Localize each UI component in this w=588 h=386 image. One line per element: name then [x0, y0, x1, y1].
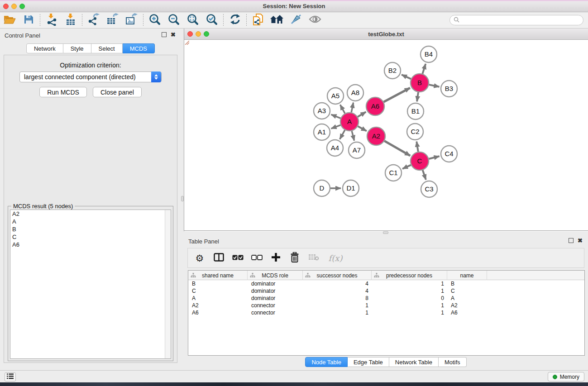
clone-network-button[interactable]	[249, 13, 268, 28]
memory-button[interactable]: Memory	[548, 372, 584, 381]
float-panel-icon[interactable]	[162, 32, 167, 37]
column-header-successor-nodes[interactable]: successor nodes	[303, 271, 372, 280]
graph-edge-B-B1[interactable]	[417, 92, 418, 101]
graph-node-B3[interactable]: B3	[441, 81, 457, 97]
graph-edge-C-C1[interactable]	[402, 165, 411, 169]
graph-edge-C-C4[interactable]	[429, 156, 439, 159]
table-row[interactable]: Adominator80A	[188, 295, 584, 302]
graph-node-B4[interactable]: B4	[421, 46, 437, 62]
graph-node-A2[interactable]: A2	[367, 127, 385, 145]
table-cell-name[interactable]: A6	[447, 309, 487, 316]
scrollbar-track[interactable]	[165, 210, 171, 358]
hide-graphics-details-button[interactable]	[287, 13, 306, 28]
tab-style[interactable]: Style	[63, 43, 91, 53]
table-cell-predecessor-nodes[interactable]: 1	[372, 287, 447, 295]
splitter-grip[interactable]	[383, 231, 388, 234]
graph-node-C1[interactable]: C1	[385, 165, 402, 181]
graph-node-B[interactable]: B	[411, 74, 429, 92]
table-row[interactable]: A6connector11A6	[188, 309, 584, 316]
table-cell-successor-nodes[interactable]: 4	[303, 280, 372, 287]
graph-node-A[interactable]: A	[340, 113, 359, 131]
tab-network[interactable]: Network	[26, 43, 63, 53]
table-cell-shared-name[interactable]: A2	[188, 302, 248, 309]
table-cell-predecessor-nodes[interactable]: 1	[372, 280, 447, 287]
create-column-button[interactable]	[269, 251, 282, 265]
graph-edge-A-A6[interactable]	[358, 112, 366, 117]
graph-edge-A-A8[interactable]	[351, 103, 353, 113]
search-field[interactable]	[449, 15, 583, 25]
unselect-all-columns-button[interactable]	[250, 251, 263, 265]
zoom-in-button[interactable]	[145, 13, 164, 28]
table-cell-mcds-role[interactable]: dominator	[248, 280, 303, 287]
graph-edge-B-B4[interactable]	[422, 64, 425, 74]
run-mcds-button[interactable]: Run MCDS	[39, 87, 87, 97]
graph-node-B1[interactable]: B1	[407, 103, 424, 119]
graph-edge-B-B3[interactable]	[429, 85, 440, 87]
zoom-out-button[interactable]	[164, 13, 183, 28]
criterion-dropdown[interactable]: largest connected component (directed)	[19, 71, 162, 82]
tab-edge-table[interactable]: Edge Table	[348, 357, 389, 367]
table-cell-successor-nodes[interactable]: 4	[303, 287, 372, 295]
table-cell-predecessor-nodes[interactable]: 1	[372, 302, 447, 309]
graph-edge-A-A1[interactable]	[331, 125, 341, 129]
table-row[interactable]: A2connector11A2	[188, 302, 584, 309]
table-cell-successor-nodes[interactable]: 1	[303, 309, 372, 316]
close-panel-icon[interactable]: ✖	[171, 32, 176, 37]
import-network-button[interactable]	[42, 13, 61, 28]
tab-node-table[interactable]: Node Table	[305, 357, 348, 367]
mcds-result-item[interactable]: B	[10, 225, 171, 233]
table-row[interactable]: Cdominator41C	[188, 287, 584, 295]
table-cell-name[interactable]: B	[447, 280, 487, 287]
apply-preferred-layout-button[interactable]	[225, 13, 244, 28]
table-cell-shared-name[interactable]: C	[188, 287, 248, 295]
graph-node-A4[interactable]: A4	[327, 140, 343, 156]
column-header-name[interactable]: name	[447, 271, 487, 280]
graph-edge-B-B2[interactable]	[402, 75, 411, 79]
table-cell-mcds-role[interactable]: dominator	[248, 287, 303, 295]
import-table-button[interactable]	[61, 13, 80, 28]
table-cell-successor-nodes[interactable]: 1	[303, 302, 372, 309]
zoom-selected-button[interactable]	[202, 13, 221, 28]
table-cell-mcds-role[interactable]: connector	[248, 309, 303, 316]
tab-motifs[interactable]: Motifs	[439, 357, 467, 367]
close-panel-icon[interactable]: ✖	[578, 238, 583, 243]
delete-column-button[interactable]	[288, 251, 301, 265]
horizontal-splitter[interactable]	[184, 231, 588, 234]
open-session-button[interactable]	[0, 13, 19, 28]
graph-node-C2[interactable]: C2	[407, 124, 423, 140]
table-cell-predecessor-nodes[interactable]: 1	[372, 309, 447, 316]
home-button[interactable]	[268, 13, 287, 28]
table-row[interactable]: Bdominator41B	[188, 280, 584, 287]
search-input[interactable]	[462, 17, 575, 24]
column-header-predecessor-nodes[interactable]: predecessor nodes	[372, 271, 447, 280]
export-network-button[interactable]	[84, 13, 103, 28]
network-canvas[interactable]: A5A8A3A1A4A7AA6A2B2B4BB3B1C2CC4C1C3DD1	[184, 40, 588, 231]
graph-edge-A6-B[interactable]	[384, 88, 410, 102]
table-cell-predecessor-nodes[interactable]: 0	[372, 295, 447, 302]
graph-edge-A-A3[interactable]	[331, 114, 341, 118]
table-cell-mcds-role[interactable]: dominator	[248, 295, 303, 302]
resize-grip-icon[interactable]	[184, 40, 189, 45]
mcds-result-item[interactable]: A	[10, 218, 171, 225]
graph-node-C4[interactable]: C4	[441, 146, 457, 162]
mcds-result-list[interactable]: A2ABCA6	[10, 210, 171, 359]
table-cell-mcds-role[interactable]: connector	[248, 302, 303, 309]
show-columns-button[interactable]	[212, 251, 225, 265]
zoom-fit-button[interactable]	[183, 13, 202, 28]
export-image-button[interactable]	[122, 13, 141, 28]
tab-select[interactable]: Select	[91, 43, 123, 53]
table-cell-successor-nodes[interactable]: 8	[303, 295, 372, 302]
graph-edge-C-C3[interactable]	[423, 170, 426, 180]
show-hide-button[interactable]	[306, 13, 325, 28]
mcds-result-item[interactable]: A2	[10, 210, 171, 218]
save-session-button[interactable]	[19, 13, 38, 28]
table-cell-shared-name[interactable]: B	[188, 280, 248, 287]
float-panel-icon[interactable]	[569, 238, 574, 243]
graph-node-A3[interactable]: A3	[314, 103, 330, 119]
tab-mcds[interactable]: MCDS	[123, 43, 155, 53]
graph-edge-A-A4[interactable]	[340, 130, 345, 139]
graph-node-A8[interactable]: A8	[347, 85, 363, 101]
close-panel-button[interactable]: Close panel	[93, 87, 142, 97]
column-header-mcds-role[interactable]: MCDS role	[248, 271, 303, 280]
tab-network-table[interactable]: Network Table	[389, 357, 439, 367]
